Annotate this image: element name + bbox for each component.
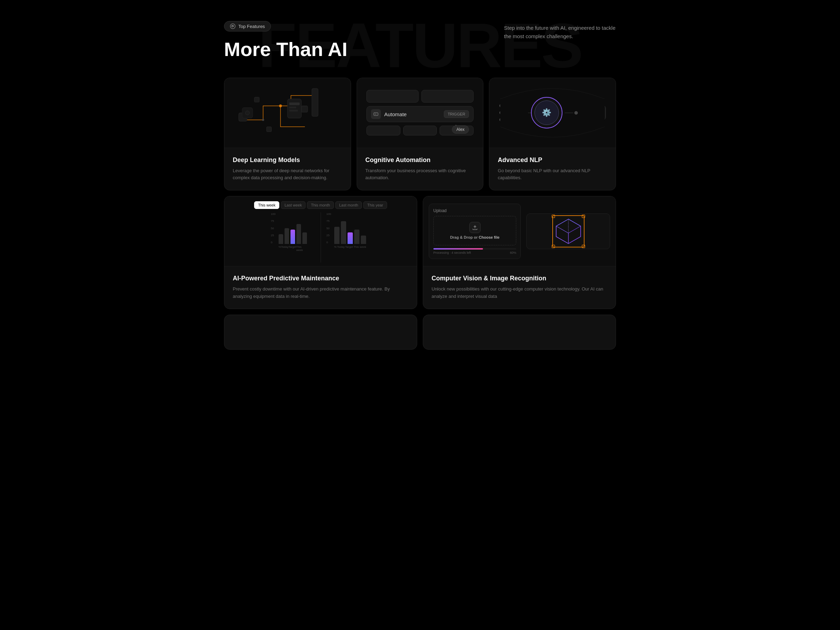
cv-desc: Unlock new possibilities with our cuttin… [431, 286, 607, 300]
automate-trigger-text: Automate [384, 111, 440, 117]
chart2-bar-3-highlight [347, 232, 353, 244]
automate-visual: Automate TRIGGER Alex [357, 78, 483, 148]
features-badge: ⟳ Top Features [224, 21, 271, 32]
advanced-nlp-card: ⚙️ ✓ Advanced NLP Go beyond basic NLP wi… [489, 78, 616, 191]
svg-rect-7 [289, 102, 300, 105]
pm-charts-area: 1007550250 %TodayTargetThis week [262, 212, 379, 266]
svg-rect-12 [302, 106, 308, 112]
chart-1-labels: %TodayTargetThis week [268, 244, 318, 252]
header-description: Step into the future with AI, engineered… [504, 24, 616, 41]
svg-rect-9 [289, 109, 298, 111]
chart2-bar-2 [341, 221, 346, 244]
automate-top-row [366, 90, 474, 103]
deep-learning-content: Deep Learning Models Leverage the power … [224, 148, 351, 190]
cv-upload-box: Upload Drag & Drop or Choose file [429, 204, 521, 259]
pm-tabs: This week Last week This month Last mont… [248, 196, 392, 212]
svg-rect-11 [267, 127, 272, 132]
tab-this-year[interactable]: This year [363, 201, 387, 209]
partial-card-1 [224, 315, 417, 350]
chart-bar-2 [284, 228, 289, 244]
automate-box-1 [366, 90, 418, 103]
automate-trigger-button[interactable]: TRIGGER [444, 110, 469, 118]
svg-rect-6 [287, 99, 302, 118]
nlp-main-circle: ⚙️ [531, 97, 562, 128]
svg-point-16 [374, 114, 375, 114]
cv-title: Computer Vision & Image Recognition [431, 275, 607, 282]
cv-drop-zone[interactable]: Drag & Drop or Choose file [433, 216, 516, 245]
svg-rect-8 [289, 106, 296, 108]
svg-marker-25 [568, 226, 581, 243]
pm-content: AI-Powered Predictive Maintenance Preven… [224, 266, 417, 309]
tab-this-month[interactable]: This month [307, 201, 333, 209]
chart2-bar-4 [354, 230, 360, 244]
chart2-bar-5 [361, 235, 366, 244]
cv-upload-title: Upload [433, 208, 516, 213]
pm-chart-1: 1007550250 %TodayTargetThis week [268, 212, 318, 262]
svg-rect-5 [312, 88, 318, 116]
chart-bar-4 [297, 224, 301, 244]
chart-bar-3-highlight [291, 230, 295, 244]
cv-geo-shape-svg [551, 214, 586, 249]
chart2-bar-1 [334, 227, 339, 244]
pm-chart-2: 1007550250 %TodayTargetThis week [324, 212, 373, 262]
deep-learning-card: Deep Learning Models Leverage the power … [224, 78, 351, 191]
chart-divider [321, 212, 321, 262]
cv-geo-box [526, 213, 610, 249]
svg-rect-10 [254, 97, 259, 102]
automate-trigger-icon [371, 109, 381, 119]
automate-trigger-row: Automate TRIGGER [366, 106, 474, 122]
deep-learning-visual [224, 78, 351, 148]
nlp-visual: ⚙️ ✓ [489, 78, 616, 148]
svg-point-1 [279, 104, 282, 107]
pm-title: AI-Powered Predictive Maintenance [233, 275, 409, 282]
automate-box-2 [422, 90, 474, 103]
circuit-diagram [224, 78, 351, 148]
partial-card-2 [423, 315, 616, 350]
cv-processing-label: Processing · 4 seconds left [433, 251, 471, 254]
pm-desc: Prevent costly downtime with our AI-driv… [233, 286, 409, 300]
cognitive-automation-card: Automate TRIGGER Alex Cognitive Automati… [357, 78, 484, 191]
svg-point-2 [262, 118, 264, 121]
cv-progress-percent: 60% [510, 251, 516, 254]
tab-this-week[interactable]: This week [254, 201, 279, 209]
top-cards-grid: Deep Learning Models Leverage the power … [224, 78, 616, 191]
cv-progress-bar-wrap [433, 248, 516, 249]
nlp-circle-inner: ⚙️ [534, 101, 559, 125]
nlp-content: Advanced NLP Go beyond basic NLP with ou… [489, 148, 616, 190]
deep-learning-desc: Leverage the power of deep neural networ… [233, 167, 342, 182]
cv-drop-text: Drag & Drop or Choose file [450, 235, 499, 239]
tab-last-week[interactable]: Last week [281, 201, 306, 209]
cv-progress-info: Processing · 4 seconds left 60% [433, 251, 516, 254]
automate-content: Cognitive Automation Transform your busi… [357, 148, 483, 190]
alex-badge: Alex [452, 125, 469, 134]
tab-last-month[interactable]: Last month [335, 201, 362, 209]
nlp-desc: Go beyond basic NLP with our advanced NL… [498, 167, 607, 182]
nlp-title: Advanced NLP [498, 156, 607, 164]
cv-upload-icon [469, 222, 480, 233]
automate-desc: Transform your business processes with c… [365, 167, 475, 182]
header-section: ⟳ Top Features More Than AI Step into th… [224, 21, 616, 60]
badge-icon: ⟳ [230, 24, 235, 29]
svg-point-14 [245, 111, 249, 115]
page-title: More Than AI [224, 38, 347, 60]
partial-cards-grid [224, 315, 616, 350]
svg-marker-26 [556, 226, 568, 243]
automate-small-box-1 [366, 126, 400, 136]
deep-learning-title: Deep Learning Models [233, 156, 342, 164]
badge-label: Top Features [238, 24, 265, 29]
chart-2-labels: %TodayTargetThis week [324, 244, 373, 248]
svg-point-21 [574, 111, 578, 114]
cv-visual: Upload Drag & Drop or Choose file [423, 196, 616, 266]
cv-progress-bar [433, 248, 483, 249]
cv-content: Computer Vision & Image Recognition Unlo… [423, 266, 616, 309]
chart-bar-1 [279, 234, 283, 244]
automate-small-box-2 [403, 126, 437, 136]
bottom-cards-grid: This week Last week This month Last mont… [224, 196, 616, 309]
computer-vision-card: Upload Drag & Drop or Choose file [423, 196, 616, 309]
automate-title: Cognitive Automation [365, 156, 475, 164]
header-left: ⟳ Top Features More Than AI [224, 21, 347, 60]
predictive-maintenance-card: This week Last week This month Last mont… [224, 196, 417, 309]
chart-bar-5 [302, 232, 307, 244]
pm-visual: This week Last week This month Last mont… [224, 196, 417, 266]
